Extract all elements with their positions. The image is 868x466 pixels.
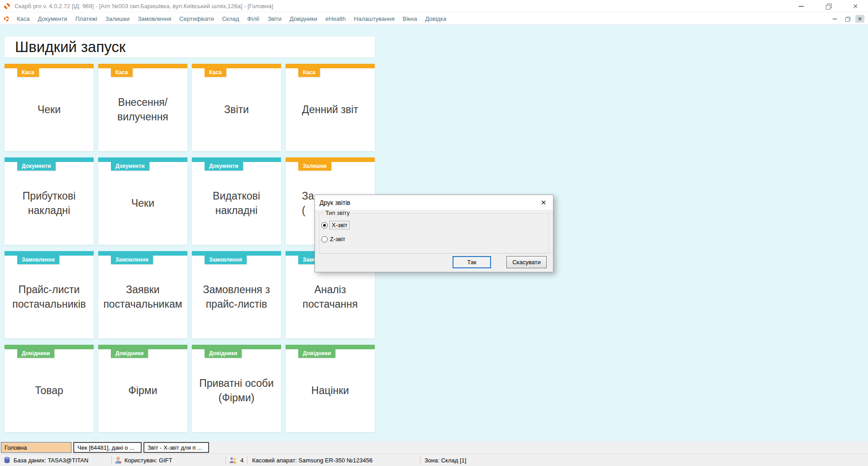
bottom-panel: ГоловнаЧек [64481], дані о ...Звіт - Х-з… [0, 441, 868, 466]
close-icon: ✕ [853, 3, 858, 10]
menu-item-3[interactable]: Платежі [71, 13, 101, 25]
tile-label: Приватні особи (Фірми) [192, 349, 281, 432]
cancel-button[interactable]: Скасувати [506, 256, 547, 268]
menu-item-12[interactable]: Налаштування [350, 13, 399, 25]
menu-item-6[interactable]: Сертифікати [175, 13, 218, 25]
menu-item-9[interactable]: Звіти [263, 13, 286, 25]
menu-item-7[interactable]: Склад [218, 13, 243, 25]
tile-category-strip [192, 64, 281, 68]
tile-category-strip [98, 345, 187, 349]
radio-selected-icon[interactable] [321, 222, 328, 228]
menu-bar-items: КасаДокументиПлатежіЗалишкиЗамовленняСер… [13, 13, 450, 24]
status-database-text: База даних: TASA3@TITAN [14, 457, 88, 464]
radio-option-label: Z-звіт [330, 236, 345, 243]
menu-item-8[interactable]: Філії [243, 13, 263, 25]
tile[interactable]: ДовідникиФірми [98, 345, 187, 432]
status-user-text: Користувач: GIFT [124, 457, 172, 464]
tile[interactable]: ЗамовленняПрайс-листи постачальників [5, 251, 94, 338]
radio-option-1[interactable]: Х-звіт [321, 221, 349, 229]
menu-logo-icon [4, 16, 9, 21]
tile-label: Внесення/вилучення [98, 68, 187, 151]
minimize-button[interactable] [796, 2, 806, 11]
tile-category-strip [5, 251, 94, 256]
tile-category-strip [5, 64, 94, 68]
tile-category-strip [286, 64, 375, 68]
menu-item-14[interactable]: Довідка [421, 13, 450, 25]
tile[interactable]: ДовідникиТовар [5, 345, 94, 432]
tile[interactable]: КасаВнесення/вилучення [98, 64, 187, 151]
mdi-restore-button[interactable] [843, 15, 852, 23]
title-bar: Скарб pro v. 4.0.2.72 [ІД: 969] - [Апт №… [0, 0, 868, 12]
tile-category-strip [98, 64, 187, 68]
tile-label: Чеки [5, 68, 94, 151]
tile[interactable]: ДокументиПрибуткові накладні [5, 157, 94, 245]
dialog-footer-divider [315, 253, 553, 254]
menu-item-11[interactable]: eHealth [321, 13, 350, 25]
tile-label: Видаткові накладні [192, 162, 281, 245]
tile-category-strip [192, 157, 281, 162]
status-separator [420, 456, 420, 464]
close-icon: ✕ [541, 199, 547, 206]
users-icon [229, 457, 237, 464]
tile-label: Прибуткові накладні [5, 162, 94, 245]
menu-item-13[interactable]: Вікна [399, 13, 421, 25]
tile[interactable]: ДокументиЧеки [98, 157, 187, 245]
status-zone-text: Зона: Склад [1] [424, 457, 466, 464]
status-separator [111, 456, 112, 464]
tile-category-strip [98, 251, 187, 256]
document-tab-2[interactable]: Чек [64481], дані о ... [73, 442, 142, 453]
status-connections-count: 4 [240, 457, 243, 464]
tile[interactable]: ЗамовленняЗамовлення з прайс-листів [192, 251, 281, 338]
dialog-title-bar: Друк звітів ✕ [315, 195, 553, 210]
user-icon [115, 456, 121, 464]
menu-item-4[interactable]: Залишки [101, 13, 134, 25]
tile-category-strip [192, 251, 281, 256]
radio-option-label: Х-звіт [330, 221, 349, 229]
tile-label: Денний звіт [286, 68, 375, 151]
status-separator [225, 456, 226, 464]
app-logo-icon [4, 3, 10, 9]
app-window: { "window": { "title": "Скарб pro v. 4.0… [0, 0, 868, 466]
tile[interactable]: КасаЗвіти [192, 64, 281, 151]
document-tab-1[interactable]: Головна [1, 442, 72, 453]
menu-item-2[interactable]: Документи [34, 13, 72, 25]
tile-category-strip [192, 345, 281, 349]
close-button[interactable]: ✕ [851, 2, 860, 11]
tile[interactable]: ДокументиВидаткові накладні [192, 157, 281, 245]
document-tab-bar: ГоловнаЧек [64481], дані о ...Звіт - Х-з… [0, 441, 868, 454]
menu-item-10[interactable]: Довідники [286, 13, 321, 25]
tile[interactable]: ЗамовленняЗаявки постачальникам [98, 251, 187, 338]
menu-bar: КасаДокументиПлатежіЗалишкиЗамовленняСер… [0, 13, 868, 25]
dialog-close-button[interactable]: ✕ [539, 199, 548, 207]
minimize-icon [833, 19, 837, 19]
minimize-icon [799, 6, 804, 7]
tile[interactable]: ДовідникиНацінки [286, 345, 375, 432]
tile[interactable]: КасаДенний звіт [286, 64, 375, 151]
status-cash-register: Касовий апарат: Samsung ER-350 №123456 [252, 454, 372, 466]
ok-button[interactable]: Так [453, 256, 491, 268]
status-bar: База даних: TASA3@TITAN Користувач: GIFT… [0, 454, 868, 466]
dialog-title: Друк звітів [320, 199, 350, 206]
menu-item-5[interactable]: Замовлення [134, 13, 175, 25]
quick-launch-header: Швидкий запуск [5, 37, 375, 57]
close-icon: ✕ [858, 16, 862, 22]
radio-unselected-icon[interactable] [321, 236, 328, 243]
tile-category-strip [286, 345, 375, 349]
status-zone: Зона: Склад [1] [424, 454, 466, 466]
status-connections: 4 [229, 454, 243, 466]
restore-button[interactable] [824, 2, 833, 11]
window-title: Скарб pro v. 4.0.2.72 [ІД: 969] - [Апт №… [14, 3, 273, 10]
tile-category-strip [5, 157, 94, 162]
report-type-groupbox: Тип звіту [319, 213, 549, 253]
tile[interactable]: КасаЧеки [5, 64, 94, 151]
tile-label: Прайс-листи постачальників [5, 256, 94, 338]
tile-label: Заявки постачальникам [98, 256, 187, 338]
mdi-close-button[interactable]: ✕ [855, 15, 864, 23]
menu-item-1[interactable]: Каса [13, 13, 34, 25]
tile[interactable]: ДовідникиПриватні особи (Фірми) [192, 345, 281, 432]
mdi-minimize-button[interactable] [830, 15, 839, 23]
tile-label: Замовлення з прайс-листів [192, 256, 281, 338]
radio-option-2[interactable]: Z-звіт [321, 236, 345, 243]
document-tab-3[interactable]: Звіт - Х-звіт для п ... [143, 442, 209, 453]
tile-category-strip [5, 345, 94, 349]
